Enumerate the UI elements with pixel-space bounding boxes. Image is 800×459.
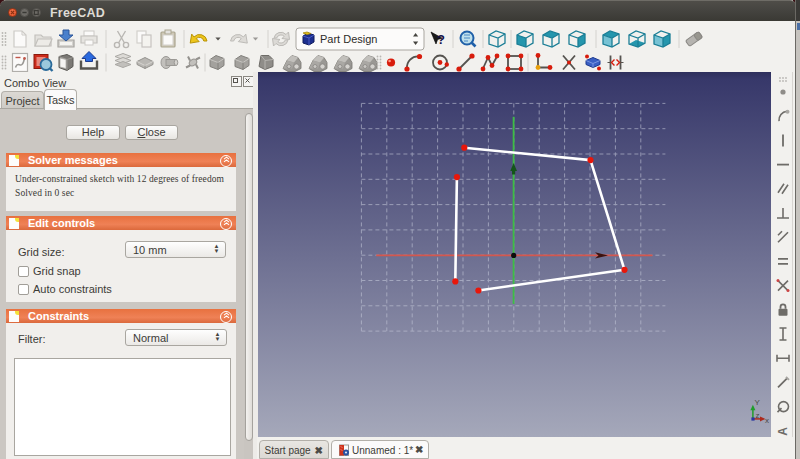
svg-text:Part Design: Part Design xyxy=(320,33,377,45)
svg-text:?: ? xyxy=(437,32,445,47)
svg-text:x: x xyxy=(765,416,769,425)
svg-text:z: z xyxy=(756,411,760,420)
svg-text:Y: Y xyxy=(755,398,761,407)
svg-text:A: A xyxy=(776,427,790,436)
